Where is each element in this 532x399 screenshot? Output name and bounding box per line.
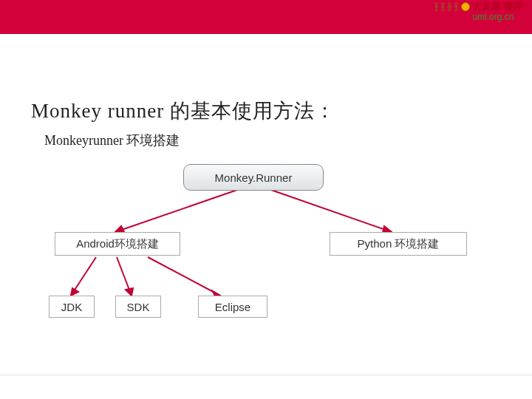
svg-marker-6 — [115, 226, 124, 232]
node-sdk: SDK — [115, 296, 161, 318]
svg-line-11 — [117, 257, 132, 296]
svg-line-5 — [115, 189, 239, 232]
svg-marker-10 — [71, 288, 78, 296]
node-android: Android环境搭建 — [55, 232, 180, 256]
footer-divider — [0, 375, 532, 375]
connector-lines — [0, 0, 532, 399]
svg-marker-12 — [126, 288, 133, 296]
svg-line-13 — [148, 257, 220, 296]
svg-line-7 — [269, 189, 392, 232]
node-root: Monkey.Runner — [183, 164, 324, 191]
node-eclipse: Eclipse — [198, 296, 267, 318]
tree-diagram: Monkey.Runner Android环境搭建 Python 环境搭建 JD… — [0, 0, 532, 399]
svg-line-9 — [71, 257, 96, 296]
node-jdk: JDK — [49, 296, 95, 318]
node-python: Python 环境搭建 — [330, 232, 467, 256]
